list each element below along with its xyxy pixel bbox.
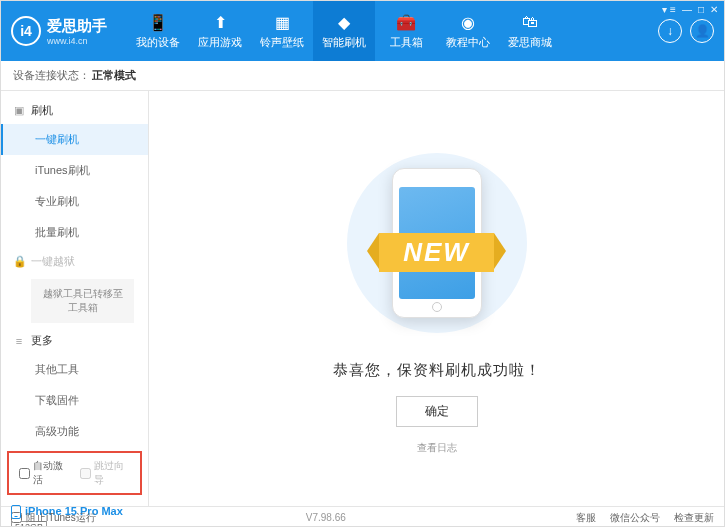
maximize-icon[interactable]: □ [698, 4, 704, 15]
logo: i4 爱思助手 www.i4.cn [11, 16, 107, 46]
phone-icon [11, 505, 21, 519]
success-message: 恭喜您，保资料刷机成功啦！ [333, 361, 541, 380]
lock-icon: 🔒 [13, 255, 25, 268]
sidebar-item-pro-flash[interactable]: 专业刷机 [1, 186, 148, 217]
apps-icon: ⬆ [210, 12, 230, 32]
nav-toolbox[interactable]: 🧰工具箱 [375, 1, 437, 61]
sidebar: ▣刷机 一键刷机 iTunes刷机 专业刷机 批量刷机 🔒一键越狱 越狱工具已转… [1, 91, 149, 506]
sidebar-item-other-tools[interactable]: 其他工具 [1, 354, 148, 385]
close-icon[interactable]: ✕ [710, 4, 718, 15]
app-url: www.i4.cn [47, 36, 107, 46]
user-icon[interactable]: 👤 [690, 19, 714, 43]
minimize-icon[interactable]: — [682, 4, 692, 15]
auto-activate-checkbox[interactable]: 自动激活 [19, 459, 70, 487]
app-header: ▾ ≡ — □ ✕ i4 爱思助手 www.i4.cn 📱我的设备 ⬆应用游戏 … [1, 1, 724, 61]
nav-tutorials[interactable]: ◉教程中心 [437, 1, 499, 61]
status-label: 设备连接状态： [13, 68, 90, 83]
download-icon[interactable]: ↓ [658, 19, 682, 43]
ringtone-icon: ▦ [272, 12, 292, 32]
menu-icon[interactable]: ▾ ≡ [662, 4, 676, 15]
status-bar: 设备连接状态： 正常模式 [1, 61, 724, 91]
status-value: 正常模式 [92, 68, 136, 83]
nav-smart-flash[interactable]: ◆智能刷机 [313, 1, 375, 61]
success-illustration: NEW [337, 143, 537, 343]
footer-wechat-link[interactable]: 微信公众号 [610, 511, 660, 525]
app-title: 爱思助手 [47, 17, 107, 36]
flash-icon: ◆ [334, 12, 354, 32]
sidebar-section-more[interactable]: ≡更多 [1, 327, 148, 354]
logo-icon: i4 [11, 16, 41, 46]
nav-ringtones[interactable]: ▦铃声壁纸 [251, 1, 313, 61]
device-icon: 📱 [148, 12, 168, 32]
flash-section-icon: ▣ [13, 104, 25, 117]
block-itunes-checkbox[interactable]: 阻止iTunes运行 [11, 511, 96, 525]
sidebar-item-oneclick-flash[interactable]: 一键刷机 [1, 124, 148, 155]
toolbox-icon: 🧰 [396, 12, 416, 32]
view-log-link[interactable]: 查看日志 [417, 441, 457, 455]
nav-apps-games[interactable]: ⬆应用游戏 [189, 1, 251, 61]
sidebar-section-jailbreak: 🔒一键越狱 [1, 248, 148, 275]
skip-guide-checkbox[interactable]: 跳过向导 [80, 459, 131, 487]
sidebar-item-batch-flash[interactable]: 批量刷机 [1, 217, 148, 248]
window-controls: ▾ ≡ — □ ✕ [662, 4, 718, 15]
sidebar-item-advanced[interactable]: 高级功能 [1, 416, 148, 447]
nav-my-device[interactable]: 📱我的设备 [127, 1, 189, 61]
sidebar-item-itunes-flash[interactable]: iTunes刷机 [1, 155, 148, 186]
more-icon: ≡ [13, 335, 25, 347]
sidebar-item-download-firmware[interactable]: 下载固件 [1, 385, 148, 416]
footer-support-link[interactable]: 客服 [576, 511, 596, 525]
jailbreak-note: 越狱工具已转移至工具箱 [31, 279, 134, 323]
sidebar-section-flash[interactable]: ▣刷机 [1, 97, 148, 124]
confirm-button[interactable]: 确定 [396, 396, 478, 427]
header-actions: ↓ 👤 [658, 19, 714, 43]
store-icon: 🛍 [520, 12, 540, 32]
tutorial-icon: ◉ [458, 12, 478, 32]
main-content: NEW 恭喜您，保资料刷机成功啦！ 确定 查看日志 [149, 91, 724, 506]
new-ribbon: NEW [379, 233, 494, 272]
nav-store[interactable]: 🛍爱思商城 [499, 1, 561, 61]
footer-update-link[interactable]: 检查更新 [674, 511, 714, 525]
version-label: V7.98.66 [306, 512, 346, 523]
top-nav: 📱我的设备 ⬆应用游戏 ▦铃声壁纸 ◆智能刷机 🧰工具箱 ◉教程中心 🛍爱思商城 [127, 1, 650, 61]
options-highlight-box: 自动激活 跳过向导 [7, 451, 142, 495]
